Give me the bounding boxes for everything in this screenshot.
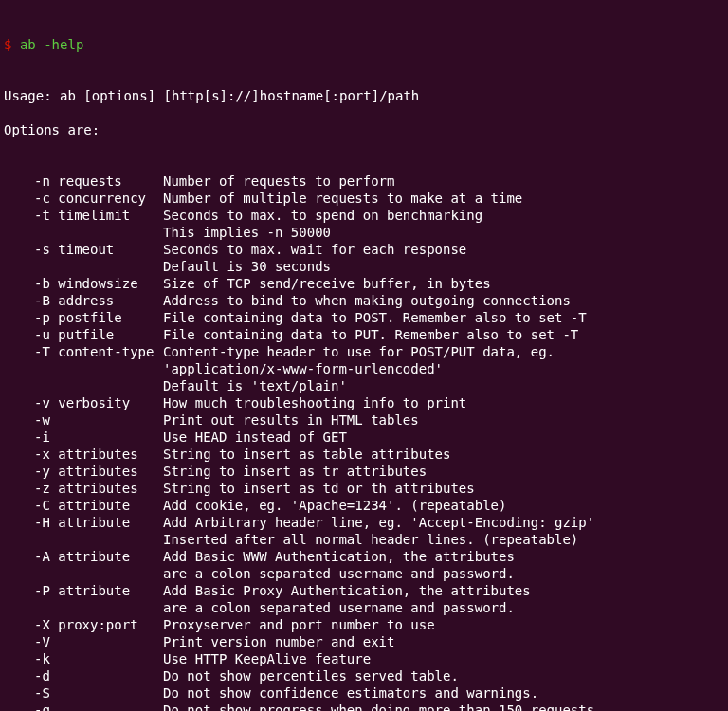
option-description: Default is 30 seconds — [163, 258, 724, 275]
options-header: Options are: — [4, 121, 724, 138]
option-row: -c concurrencyNumber of multiple request… — [4, 190, 724, 207]
option-flag: -H attribute — [34, 514, 163, 531]
option-description: Add Arbitrary header line, eg. 'Accept-E… — [163, 514, 724, 531]
option-flag: -X proxy:port — [34, 616, 163, 633]
option-flag: -C attribute — [34, 497, 163, 514]
option-flag: -B address — [34, 292, 163, 309]
option-description: How much troubleshooting info to print — [163, 394, 724, 411]
option-row: -B addressAddress to bind to when making… — [4, 292, 724, 309]
option-flag: -s timeout — [34, 241, 163, 258]
option-description: Add Basic Proxy Authentication, the attr… — [163, 582, 724, 599]
option-row: -VPrint version number and exit — [4, 633, 724, 650]
option-row-continuation: Default is 'text/plain' — [4, 377, 724, 394]
option-row: -s timeoutSeconds to max. wait for each … — [4, 241, 724, 258]
option-flag: -t timelimit — [34, 207, 163, 224]
usage-line: Usage: ab [options] [http[s]://]hostname… — [4, 87, 724, 104]
option-description: Number of requests to perform — [163, 173, 724, 190]
option-description: Do not show progress when doing more tha… — [163, 702, 724, 711]
option-row: -n requestsNumber of requests to perform — [4, 173, 724, 190]
option-flag: -i — [34, 428, 163, 446]
option-flag: -c concurrency — [34, 190, 163, 207]
option-description: Size of TCP send/receive buffer, in byte… — [163, 275, 724, 292]
option-row: -SDo not show confidence estimators and … — [4, 684, 724, 702]
option-description: String to insert as td or th attributes — [163, 480, 724, 497]
option-description: Use HTTP KeepAlive feature — [163, 650, 724, 667]
option-row: -A attributeAdd Basic WWW Authentication… — [4, 548, 724, 565]
option-description: Do not show percentiles served table. — [163, 667, 724, 684]
option-description: String to insert as tr attributes — [163, 463, 724, 480]
option-description: This implies -n 50000 — [163, 224, 724, 241]
option-description: Print out results in HTML tables — [163, 411, 724, 428]
option-description: Content-type header to use for POST/PUT … — [163, 343, 724, 360]
option-description: Default is 'text/plain' — [163, 377, 724, 394]
option-row: -p postfileFile containing data to POST.… — [4, 309, 724, 326]
option-row: -X proxy:portProxyserver and port number… — [4, 616, 724, 633]
option-description: are a colon separated username and passw… — [163, 599, 724, 616]
option-flag: -S — [34, 684, 163, 702]
option-description: are a colon separated username and passw… — [163, 565, 724, 582]
option-description: File containing data to PUT. Remember al… — [163, 326, 724, 343]
option-flag: -V — [34, 633, 163, 650]
option-row-continuation: 'application/x-www-form-urlencoded' — [4, 360, 724, 377]
option-description: File containing data to POST. Remember a… — [163, 309, 724, 326]
prompt-symbol: $ — [4, 36, 11, 53]
option-row: -x attributesString to insert as table a… — [4, 446, 724, 463]
option-flag: -y attributes — [34, 463, 163, 480]
option-description: Seconds to max. to spend on benchmarking — [163, 207, 724, 224]
option-description: Add cookie, eg. 'Apache=1234'. (repeatab… — [163, 497, 724, 514]
option-flag: -x attributes — [34, 446, 163, 463]
option-flag: -z attributes — [34, 480, 163, 497]
option-description: 'application/x-www-form-urlencoded' — [163, 360, 724, 377]
option-description: Inserted after all normal header lines. … — [163, 531, 724, 548]
option-flag: -T content-type — [34, 343, 163, 360]
option-flag: -p postfile — [34, 309, 163, 326]
option-row: -iUse HEAD instead of GET — [4, 428, 724, 446]
terminal-output: $ ab -help Usage: ab [options] [http[s]:… — [0, 0, 728, 711]
option-row: -T content-typeContent-type header to us… — [4, 343, 724, 360]
option-row: -C attributeAdd cookie, eg. 'Apache=1234… — [4, 497, 724, 514]
option-row: -dDo not show percentiles served table. — [4, 667, 724, 684]
option-row-continuation: are a colon separated username and passw… — [4, 565, 724, 582]
entered-command: ab -help — [20, 36, 83, 53]
option-description: Seconds to max. wait for each response — [163, 241, 724, 258]
option-flag: -b windowsize — [34, 275, 163, 292]
option-row-continuation: Inserted after all normal header lines. … — [4, 531, 724, 548]
option-flag: -d — [34, 667, 163, 684]
option-flag: -v verbosity — [34, 394, 163, 411]
option-row: -P attributeAdd Basic Proxy Authenticati… — [4, 582, 724, 599]
option-row-continuation: Default is 30 seconds — [4, 258, 724, 275]
option-row: -qDo not show progress when doing more t… — [4, 702, 724, 711]
option-row: -u putfileFile containing data to PUT. R… — [4, 326, 724, 343]
option-description: Number of multiple requests to make at a… — [163, 190, 724, 207]
option-flag: -A attribute — [34, 548, 163, 565]
option-description: Use HEAD instead of GET — [163, 428, 724, 446]
option-row: -wPrint out results in HTML tables — [4, 411, 724, 428]
option-row: -b windowsizeSize of TCP send/receive bu… — [4, 275, 724, 292]
option-description: Proxyserver and port number to use — [163, 616, 724, 633]
option-description: Print version number and exit — [163, 633, 724, 650]
option-row: -y attributesString to insert as tr attr… — [4, 463, 724, 480]
option-row: -v verbosityHow much troubleshooting inf… — [4, 394, 724, 411]
option-flag: -P attribute — [34, 582, 163, 599]
command-line: $ ab -help — [4, 36, 724, 53]
option-row: -H attributeAdd Arbitrary header line, e… — [4, 514, 724, 531]
option-flag: -u putfile — [34, 326, 163, 343]
option-flag: -n requests — [34, 173, 163, 190]
option-flag: -w — [34, 411, 163, 428]
option-row-continuation: are a colon separated username and passw… — [4, 599, 724, 616]
option-description: Address to bind to when making outgoing … — [163, 292, 724, 309]
option-row-continuation: This implies -n 50000 — [4, 224, 724, 241]
option-description: Do not show confidence estimators and wa… — [163, 684, 724, 702]
option-flag: -q — [34, 702, 163, 711]
option-row: -z attributesString to insert as td or t… — [4, 480, 724, 497]
option-row: -kUse HTTP KeepAlive feature — [4, 650, 724, 667]
option-description: String to insert as table attributes — [163, 446, 724, 463]
option-row: -t timelimitSeconds to max. to spend on … — [4, 207, 724, 224]
option-flag: -k — [34, 650, 163, 667]
option-description: Add Basic WWW Authentication, the attrib… — [163, 548, 724, 565]
